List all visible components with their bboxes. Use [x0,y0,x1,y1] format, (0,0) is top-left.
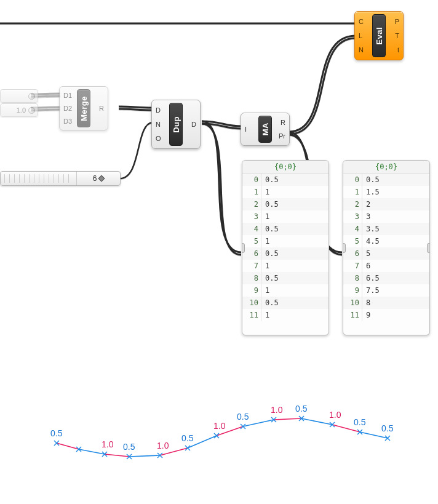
panel-input-grip[interactable] [242,243,245,253]
panel-row-value: 1 [261,235,269,247]
panel-row-value: 0.5 [261,174,279,186]
panel-row-value: 5 [362,247,370,260]
dup-component[interactable]: D N O Dup D [151,100,201,149]
curve-point-label: 1.0 [213,421,225,431]
number-slider[interactable]: 6 [0,171,121,186]
curve-point-label: 0.5 [181,433,193,443]
panel-row-value: 2 [362,198,370,210]
input-o[interactable]: O [156,135,161,142]
panel-row-index: 8 [242,272,261,284]
panel-left-header: {0;0} [242,161,328,174]
panel-row-value: 0.5 [261,247,279,260]
panel-row: 111 [242,309,328,321]
slider-ticks [4,174,73,183]
dup-inputs: D N O [152,100,168,148]
ma-body: MA [258,116,272,143]
curve-point-label: 1.0 [271,405,282,415]
panel-row-value: 3.5 [362,223,380,235]
panel-row: 100.5 [242,297,328,309]
ma-component[interactable]: I MA R Pr [241,113,290,146]
panel-row-index: 7 [242,260,261,272]
panel-row: 80.5 [242,272,328,284]
curve-point-label: 1.0 [329,410,341,420]
eval-outputs: P T t [387,12,403,60]
svg-line-24 [385,436,390,441]
svg-line-7 [127,454,132,459]
panel-row-index: 0 [343,174,362,186]
panel-row-index: 5 [343,235,362,247]
panel-row-index: 7 [343,260,362,272]
panel-row-index: 10 [242,297,261,309]
panel-row-index: 3 [343,210,362,223]
panel-row: 119 [343,309,429,321]
panel-row-index: 4 [242,223,261,235]
panel-row-value: 1 [261,284,269,297]
slider-value-box[interactable]: 6 [77,174,120,183]
panel-row-value: 1 [261,260,269,272]
number-value: 1.0 [17,106,26,114]
ma-inputs: I [241,113,257,145]
curve-point-label: 0.5 [354,417,365,427]
svg-line-25 [385,436,390,441]
data-panel-left[interactable]: {0;0} 00.51120.53140.55160.57180.591100.… [242,160,329,335]
svg-line-19 [299,416,304,421]
panel-row-index: 4 [343,223,362,235]
eval-component[interactable]: C L N Eval P T t [354,11,404,60]
grasshopper-canvas[interactable]: 1.0 D1 D2 D3 Merge R D N O Dup D I [0,0,438,504]
eval-label: Eval [373,23,385,49]
output-pr[interactable]: Pr [279,132,285,140]
merge-component[interactable]: D1 D2 D3 Merge R [59,86,108,130]
input-d3[interactable]: D3 [63,118,72,125]
output-r[interactable]: R [281,119,285,126]
panel-row-index: 0 [242,174,261,186]
curve-point-label: 0.5 [295,404,307,414]
output-t-upper[interactable]: T [395,32,399,39]
svg-line-17 [271,417,276,422]
panel-row: 76 [343,260,429,272]
panel-row: 43.5 [343,223,429,235]
panel-row: 97.5 [343,284,429,297]
input-c[interactable]: C [359,18,364,25]
panel-row-value: 1.5 [362,186,380,198]
input-n[interactable]: N [359,46,364,54]
output-t-lower[interactable]: t [397,46,399,54]
panel-right-rows: 00.511.5223343.554.5657686.597.5108119 [343,174,429,321]
panel-row-index: 11 [242,309,261,321]
data-panel-right[interactable]: {0;0} 00.511.5223343.554.5657686.597.510… [343,160,430,335]
slider-track[interactable] [1,172,77,185]
input-d[interactable]: D [156,106,161,114]
output-r[interactable]: R [99,105,104,112]
input-d1[interactable]: D1 [63,92,72,99]
curve-point-label: 0.5 [123,442,135,452]
input-i[interactable]: I [245,126,247,133]
svg-line-22 [357,430,362,434]
panel-row-index: 11 [343,309,362,321]
input-n[interactable]: N [156,121,161,128]
panel-input-grip[interactable] [343,243,346,253]
eval-body: Eval [372,14,386,57]
svg-line-16 [271,417,276,422]
curve-point-label: 0.5 [381,423,393,433]
panel-row: 60.5 [242,247,328,260]
panel-row: 51 [242,235,328,247]
curve-point-label: 0.5 [237,412,249,422]
number-source-b[interactable]: 1.0 [0,103,38,117]
slider-value: 6 [93,174,97,183]
panel-output-grip[interactable] [427,243,430,253]
svg-line-18 [299,416,304,421]
input-l[interactable]: L [359,32,362,39]
panel-row-index: 2 [343,198,362,210]
ma-label: MA [260,119,271,139]
input-d2[interactable]: D2 [63,105,72,112]
svg-line-21 [330,422,335,427]
merge-outputs: R [92,87,108,130]
number-source-a[interactable] [0,89,38,103]
output-grip-icon [28,107,35,114]
output-d[interactable]: D [191,121,196,128]
panel-row-value: 1 [261,210,269,223]
slider-handle-icon[interactable] [98,175,105,182]
panel-row-value: 8 [362,297,370,309]
svg-line-4 [102,452,107,457]
output-p[interactable]: P [395,18,399,25]
panel-row-value: 0.5 [362,174,380,186]
